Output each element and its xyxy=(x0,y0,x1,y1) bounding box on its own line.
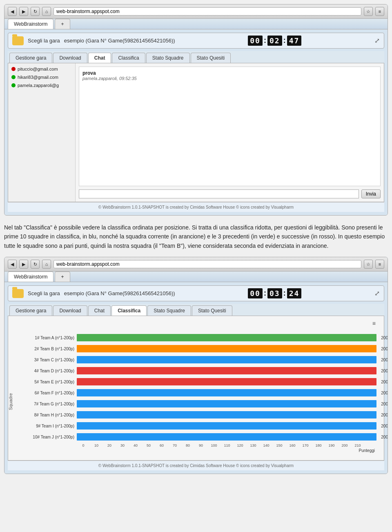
send-button[interactable]: Invia xyxy=(361,189,381,198)
chart-bar-value: 200 xyxy=(381,424,388,428)
browser-new-tab-2[interactable]: + xyxy=(55,272,70,282)
status-dot-red-1 xyxy=(11,67,16,71)
chart-bar xyxy=(77,345,376,352)
tab-gestione-gara[interactable]: Gestione gara xyxy=(9,53,52,63)
tab-classifica-2[interactable]: Classifica xyxy=(111,305,147,316)
chart-bar-value: 200 xyxy=(381,347,388,351)
chart-bar xyxy=(77,422,376,430)
chart-x-tick: 120 xyxy=(234,443,247,447)
chart-x-tick: 180 xyxy=(312,443,325,447)
scegli-gara-button[interactable]: Scegli la gara xyxy=(28,38,60,44)
gara-title-2: esempio (Gara N° Game(5982614565421056)) xyxy=(64,290,175,296)
chart-x-tick: 100 xyxy=(207,443,220,447)
chart-settings-icon[interactable]: ≡ xyxy=(371,319,377,327)
address-bar[interactable] xyxy=(53,7,361,16)
chart-x-tick: 20 xyxy=(103,443,116,447)
browser-window-2: ◀ ▶ ↻ ⌂ ☆ ≡ WebBrainstorm + Scegli la ga… xyxy=(4,257,388,474)
chart-bar xyxy=(77,356,376,363)
fullscreen-button-2[interactable]: ⤢ xyxy=(374,289,380,297)
chart-bar xyxy=(77,389,376,396)
app-header-2: Scegli la gara esempio (Gara N° Game(598… xyxy=(8,285,384,301)
chart-row: 8# Team H (n°1-200p)200 xyxy=(28,410,376,419)
tab-gestione-gara-2[interactable]: Gestione gara xyxy=(9,305,52,316)
chat-messages-area: prova pamela.zapparoli, 09:52:35 xyxy=(79,67,381,186)
bookmark-button-2[interactable]: ☆ xyxy=(364,260,373,269)
chart-rows: 1# Team A (n°1-200p)2002# Team B (n°1-20… xyxy=(28,333,376,441)
tab-stato-quesiti[interactable]: Stato Quesiti xyxy=(191,53,231,63)
browser-tab-2[interactable]: WebBrainstorm xyxy=(8,272,53,282)
chart-bar-container: 200 xyxy=(77,334,376,341)
chart-row: 1# Team A (n°1-200p)200 xyxy=(28,333,376,342)
chart-row: 9# Team I (n°1-200p)200 xyxy=(28,421,376,430)
app-container-2: Scegli la gara esempio (Gara N° Game(598… xyxy=(4,282,388,474)
menu-button-2[interactable]: ≡ xyxy=(375,260,384,269)
tab-download-2[interactable]: Download xyxy=(53,305,87,316)
chart-row: 10# Team J (n°1-200p)200 xyxy=(28,432,376,441)
back-button[interactable]: ◀ xyxy=(8,7,17,16)
refresh-button-2[interactable]: ↻ xyxy=(31,260,40,269)
forward-button-2[interactable]: ▶ xyxy=(19,260,28,269)
user-email-1: pituccio@gmail.com xyxy=(18,67,58,71)
browser-chrome-1: ◀ ▶ ↻ ⌂ ☆ ≡ xyxy=(4,4,388,19)
chart-row-label: 6# Team F (n°1-200p) xyxy=(28,391,77,395)
home-button-2[interactable]: ⌂ xyxy=(42,260,51,269)
chart-x-tick: 170 xyxy=(299,443,312,447)
chart-bar-container: 200 xyxy=(77,400,376,407)
tab-download[interactable]: Download xyxy=(53,53,87,63)
chat-content: pituccio@gmail.com hikari83@gmail.com pa… xyxy=(8,63,384,202)
user-entry-1: pituccio@gmail.com xyxy=(11,67,72,71)
bookmark-button[interactable]: ☆ xyxy=(364,7,373,16)
tab-stato-squadre[interactable]: Stato Squadre xyxy=(146,53,190,63)
scegli-gara-button-2[interactable]: Scegli la gara xyxy=(28,290,60,296)
chart-row-label: 1# Team A (n°1-200p) xyxy=(28,336,77,340)
tab-stato-squadre-2[interactable]: Stato Squadre xyxy=(147,305,191,316)
app-header-1: Scegli la gara esempio (Gara N° Game(598… xyxy=(8,33,384,49)
browser-chrome-2: ◀ ▶ ↻ ⌂ ☆ ≡ xyxy=(4,257,388,272)
chart-row-label: 8# Team H (n°1-200p) xyxy=(28,413,77,417)
chart-row: 7# Team G (n°1-200p)200 xyxy=(28,399,376,408)
back-button-2[interactable]: ◀ xyxy=(8,260,17,269)
chat-message-text: prova xyxy=(82,70,377,76)
tab-bar-2: WebBrainstorm + xyxy=(4,272,388,282)
description-text: Nel tab "Classifica" è possibile vedere … xyxy=(4,223,388,250)
chart-x-tick: 10 xyxy=(90,443,103,447)
browser-new-tab[interactable]: + xyxy=(55,19,70,29)
chart-bar xyxy=(77,400,376,407)
chart-row: 4# Team D (n°1-200p)200 xyxy=(28,366,376,375)
chart-row-label: 4# Team D (n°1-200p) xyxy=(28,369,77,373)
tab-chat[interactable]: Chat xyxy=(88,53,111,63)
tab-chat-2[interactable]: Chat xyxy=(88,305,111,316)
tab-classifica[interactable]: Classifica xyxy=(112,53,145,63)
fullscreen-button[interactable]: ⤢ xyxy=(374,37,380,45)
chart-bar-value: 200 xyxy=(381,402,388,406)
chart-row-label: 7# Team G (n°1-200p) xyxy=(28,402,77,406)
tab-stato-quesiti-2[interactable]: Stato Quesiti xyxy=(192,305,232,316)
chat-input-row: Invia xyxy=(79,189,381,198)
x-axis-label: Punteggi xyxy=(28,448,376,453)
chart-bar xyxy=(77,433,376,441)
timer-colon-3: : xyxy=(264,289,266,298)
chart-x-tick: 200 xyxy=(338,443,351,447)
chart-bar-container: 200 xyxy=(77,422,376,430)
browser-tab[interactable]: WebBrainstorm xyxy=(8,19,53,29)
home-button[interactable]: ⌂ xyxy=(42,7,51,16)
chat-input-field[interactable] xyxy=(79,189,359,198)
chart-x-tick: 80 xyxy=(181,443,194,447)
refresh-button[interactable]: ↻ xyxy=(31,7,40,16)
menu-button[interactable]: ≡ xyxy=(375,7,384,16)
app-footer-2: © WebBrainstorm 1.0.1-SNAPSHOT is create… xyxy=(8,461,384,470)
forward-button[interactable]: ▶ xyxy=(19,7,28,16)
timer-seconds-2: 24 xyxy=(287,288,302,298)
chart-bar xyxy=(77,378,376,385)
chart-row: 2# Team B (n°1-200p)200 xyxy=(28,344,376,353)
chart-x-axis: 0102030405060708090100110120130140150160… xyxy=(77,443,364,447)
timer-display: 00 : 02 : 47 xyxy=(248,36,301,46)
chart-x-tick: 50 xyxy=(142,443,155,447)
chart-x-tick: 130 xyxy=(247,443,260,447)
status-dot-green-2 xyxy=(11,75,16,79)
chart-bar-value: 200 xyxy=(381,369,388,373)
address-bar-2[interactable] xyxy=(53,260,361,268)
chart-x-tick: 140 xyxy=(260,443,273,447)
gara-title: esempio (Gara N° Game(5982614565421056)) xyxy=(64,38,175,44)
chat-users-panel: pituccio@gmail.com hikari83@gmail.com pa… xyxy=(8,63,76,202)
